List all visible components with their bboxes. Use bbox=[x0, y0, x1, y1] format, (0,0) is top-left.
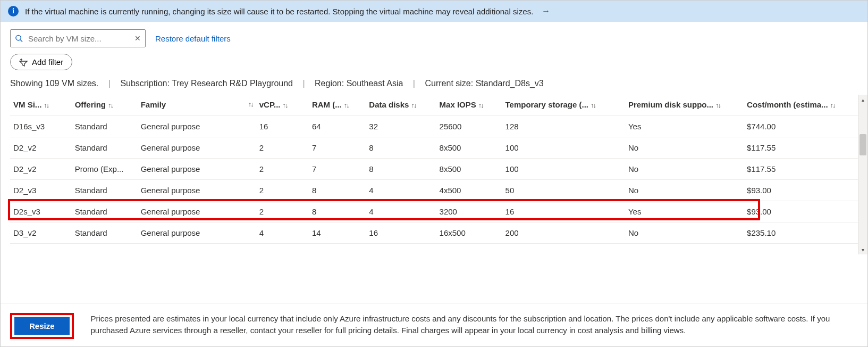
table-row[interactable]: D16s_v3StandardGeneral purpose1664322560… bbox=[10, 116, 858, 137]
clear-icon[interactable]: ✕ bbox=[134, 34, 141, 43]
add-filter-label: Add filter bbox=[32, 57, 63, 67]
table-row[interactable]: D2s_v3StandardGeneral purpose284320016Ye… bbox=[10, 201, 858, 222]
cell-size: D2_v2 bbox=[10, 159, 72, 180]
col-vcpu[interactable]: vCP...↑↓ bbox=[256, 95, 309, 116]
cell-vcpu: 2 bbox=[256, 137, 309, 159]
cell-family: General purpose bbox=[138, 116, 256, 137]
cell-cost: $93.00 bbox=[744, 180, 858, 201]
table-row[interactable]: D2_v3StandardGeneral purpose2844x50050No… bbox=[10, 180, 858, 201]
add-filter-button[interactable]: Add filter bbox=[10, 54, 72, 70]
subscription-value: Trey Research R&D Playground bbox=[172, 79, 293, 88]
search-icon bbox=[15, 34, 23, 43]
cell-ram: 7 bbox=[309, 137, 366, 159]
cell-iops: 3200 bbox=[436, 201, 502, 222]
table-row[interactable]: D2_v2Promo (Exp...General purpose2788x50… bbox=[10, 159, 858, 180]
cell-family: General purpose bbox=[138, 137, 256, 159]
status-line: Showing 109 VM sizes. | Subscription: Tr… bbox=[1, 76, 867, 95]
cell-disks: 4 bbox=[366, 180, 436, 201]
col-offering[interactable]: Offering↑↓ bbox=[72, 95, 138, 116]
cell-size: D16s_v3 bbox=[10, 116, 72, 137]
col-max-iops[interactable]: Max IOPS↑↓ bbox=[436, 95, 502, 116]
resize-highlight: Resize bbox=[10, 313, 74, 339]
cell-vcpu: 2 bbox=[256, 159, 309, 180]
cell-offering: Standard bbox=[72, 222, 138, 244]
sort-icon: ↑↓ bbox=[411, 101, 416, 109]
cell-ram: 8 bbox=[309, 201, 366, 222]
cell-size: D2_v3 bbox=[10, 180, 72, 201]
cell-iops: 8x500 bbox=[436, 137, 502, 159]
cell-offering: Standard bbox=[72, 180, 138, 201]
cell-temp: 128 bbox=[502, 116, 625, 137]
cell-ram: 64 bbox=[309, 116, 366, 137]
info-icon: i bbox=[8, 6, 19, 16]
region-value: Southeast Asia bbox=[347, 79, 403, 88]
cell-iops: 8x500 bbox=[436, 159, 502, 180]
cell-temp: 50 bbox=[502, 180, 625, 201]
col-family[interactable]: Family↑↓ bbox=[138, 95, 256, 116]
vm-size-table: VM Si...↑↓ Offering↑↓ Family↑↓ vCP...↑↓ … bbox=[10, 95, 858, 244]
cell-disks: 8 bbox=[366, 137, 436, 159]
cell-family: General purpose bbox=[138, 180, 256, 201]
cell-vcpu: 2 bbox=[256, 201, 309, 222]
cell-disks: 8 bbox=[366, 159, 436, 180]
col-ram[interactable]: RAM (...↑↓ bbox=[309, 95, 366, 116]
sort-icon: ↑↓ bbox=[591, 101, 595, 109]
current-size-value: Standard_D8s_v3 bbox=[476, 79, 544, 88]
resize-button[interactable]: Resize bbox=[14, 317, 70, 335]
cell-vcpu: 4 bbox=[256, 222, 309, 244]
cell-temp: 16 bbox=[502, 201, 625, 222]
cell-offering: Standard bbox=[72, 116, 138, 137]
table-row[interactable]: D3_v2StandardGeneral purpose4141616x5002… bbox=[10, 222, 858, 244]
col-vm-size[interactable]: VM Si...↑↓ bbox=[10, 95, 72, 116]
col-premium-disk[interactable]: Premium disk suppo...↑↓ bbox=[625, 95, 744, 116]
cell-size: D2_v2 bbox=[10, 137, 72, 159]
cell-ram: 8 bbox=[309, 180, 366, 201]
search-input[interactable] bbox=[27, 34, 130, 44]
table-row[interactable]: D2_v2StandardGeneral purpose2788x500100N… bbox=[10, 137, 858, 159]
col-data-disks[interactable]: Data disks↑↓ bbox=[366, 95, 436, 116]
cell-cost: $93.00 bbox=[744, 201, 858, 222]
current-size-label: Current size: bbox=[425, 79, 473, 88]
vm-size-table-wrap: VM Si...↑↓ Offering↑↓ Family↑↓ vCP...↑↓ … bbox=[1, 95, 867, 254]
cell-size: D2s_v3 bbox=[10, 201, 72, 222]
region-label: Region: bbox=[315, 79, 344, 88]
cell-disks: 4 bbox=[366, 201, 436, 222]
arrow-right-icon[interactable]: → bbox=[542, 6, 550, 16]
pricing-disclaimer: Prices presented are estimates in your l… bbox=[91, 313, 858, 336]
sort-icon: ↑↓ bbox=[344, 101, 349, 109]
col-cost[interactable]: Cost/month (estima...↑↓ bbox=[744, 95, 858, 116]
cell-premium: No bbox=[625, 159, 744, 180]
sort-icon: ↑↓ bbox=[283, 101, 288, 109]
cell-iops: 4x500 bbox=[436, 180, 502, 201]
cell-vcpu: 2 bbox=[256, 180, 309, 201]
cell-premium: No bbox=[625, 222, 744, 244]
cell-premium: Yes bbox=[625, 201, 744, 222]
scroll-thumb[interactable] bbox=[859, 134, 866, 155]
result-count: Showing 109 VM sizes. bbox=[10, 79, 98, 88]
cell-cost: $235.10 bbox=[744, 222, 858, 244]
cell-ram: 7 bbox=[309, 159, 366, 180]
restore-filters-link[interactable]: Restore default filters bbox=[155, 34, 231, 43]
col-temp-storage[interactable]: Temporary storage (...↑↓ bbox=[502, 95, 625, 116]
cell-offering: Promo (Exp... bbox=[72, 159, 138, 180]
cell-cost: $744.00 bbox=[744, 116, 858, 137]
cell-premium: No bbox=[625, 180, 744, 201]
cell-premium: Yes bbox=[625, 116, 744, 137]
cell-disks: 32 bbox=[366, 116, 436, 137]
scroll-down-icon[interactable]: ▾ bbox=[858, 245, 867, 254]
cell-temp: 100 bbox=[502, 137, 625, 159]
cell-temp: 200 bbox=[502, 222, 625, 244]
cell-iops: 16x500 bbox=[436, 222, 502, 244]
cell-temp: 100 bbox=[502, 159, 625, 180]
svg-point-0 bbox=[16, 35, 21, 40]
scrollbar[interactable]: ▴ ▾ bbox=[858, 95, 867, 254]
cell-size: D3_v2 bbox=[10, 222, 72, 244]
sort-icon: ↑↓ bbox=[715, 101, 720, 109]
cell-disks: 16 bbox=[366, 222, 436, 244]
search-input-wrapper[interactable]: ✕ bbox=[10, 29, 146, 47]
cell-cost: $117.55 bbox=[744, 159, 858, 180]
info-banner: i If the virtual machine is currently ru… bbox=[1, 1, 867, 22]
cell-family: General purpose bbox=[138, 222, 256, 244]
scroll-up-icon[interactable]: ▴ bbox=[858, 95, 867, 104]
sort-icon: ↑↓ bbox=[830, 101, 835, 109]
